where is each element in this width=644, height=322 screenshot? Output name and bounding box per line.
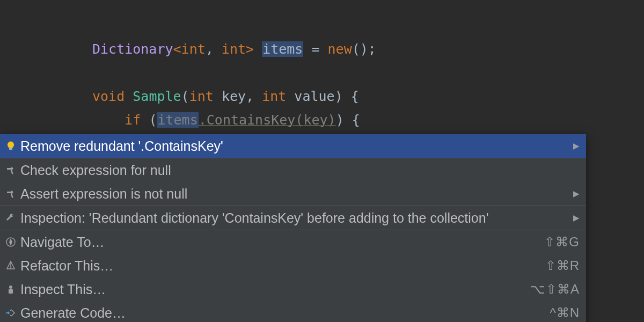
paren-open: (	[295, 112, 303, 128]
menu-item-inspection[interactable]: Inspection: 'Redundant dictionary 'Conta…	[0, 206, 586, 230]
code-line-2: void Sample(int key, int value) {	[92, 85, 644, 108]
space	[343, 89, 351, 104]
menu-label: Refactor This…	[20, 258, 545, 274]
keyword-void: void	[92, 89, 125, 104]
inspect-icon	[4, 283, 17, 296]
space	[214, 89, 222, 104]
submenu-arrow-icon: ▶	[573, 141, 580, 151]
hammer-icon	[4, 187, 17, 200]
method-name: Sample	[133, 89, 181, 104]
paren-close: )	[336, 112, 344, 128]
comma: ,	[206, 41, 222, 57]
menu-label: Inspect This…	[20, 282, 530, 297]
param-key: key	[222, 89, 246, 104]
menu-item-check-null[interactable]: Check expression for null	[0, 158, 586, 182]
angle-close: >	[246, 41, 254, 57]
paren-close: )	[328, 112, 336, 128]
menu-shortcut: ^⌘N	[550, 305, 580, 320]
arg-key: key	[303, 112, 327, 128]
equals: =	[303, 41, 327, 57]
space	[344, 112, 352, 128]
menu-label: Check expression for null	[20, 163, 580, 178]
menu-item-inspect-this[interactable]: Inspect This… ⌥⇧⌘A	[0, 277, 586, 301]
menu-label: Remove redundant '.ContainsKey'	[20, 138, 568, 154]
dot: .	[199, 112, 207, 128]
svg-point-0	[8, 142, 14, 149]
refactor-icon	[4, 259, 17, 272]
submenu-arrow-icon: ▶	[573, 213, 580, 223]
identifier-items: items	[262, 41, 303, 57]
code-line-blank	[92, 61, 644, 85]
brace-open: {	[351, 89, 359, 104]
svg-rect-1	[9, 148, 12, 150]
menu-item-assert-not-null[interactable]: Assert expression is not null ▶	[0, 182, 586, 206]
indent	[92, 112, 125, 128]
menu-item-remove-redundant[interactable]: Remove redundant '.ContainsKey' ▶	[0, 134, 586, 158]
hammer-icon	[4, 164, 17, 177]
generate-icon	[4, 306, 17, 319]
type-int: int	[181, 41, 206, 57]
menu-item-refactor-this[interactable]: Refactor This… ⇧⌘R	[0, 254, 586, 277]
menu-shortcut: ⇧⌘R	[545, 258, 580, 273]
parens: ()	[352, 41, 368, 57]
svg-rect-7	[9, 289, 13, 294]
semicolon: ;	[368, 41, 376, 57]
svg-point-6	[9, 286, 12, 289]
paren-close: )	[335, 89, 343, 104]
method-containskey: ContainsKey	[207, 112, 296, 128]
menu-shortcut: ⇧⌘G	[544, 235, 580, 250]
space	[286, 89, 294, 104]
keyword-new: new	[328, 41, 352, 57]
menu-item-generate-code[interactable]: Generate Code… ^⌘N	[0, 301, 586, 322]
identifier-items: items	[157, 112, 198, 128]
code-editor[interactable]: Dictionary<int, int> items = new(); void…	[0, 0, 644, 132]
keyword-if: if	[125, 112, 141, 128]
svg-rect-3	[11, 194, 13, 197]
submenu-arrow-icon: ▶	[573, 189, 580, 199]
space	[141, 112, 149, 128]
wrench-icon	[4, 211, 17, 224]
menu-item-navigate-to[interactable]: Navigate To… ⇧⌘G	[0, 230, 586, 254]
code-line-3: if (items.ContainsKey(key)) {	[92, 108, 644, 132]
type-int: int	[222, 41, 246, 57]
comma: ,	[246, 89, 262, 104]
space	[125, 89, 133, 104]
param-value: value	[294, 89, 334, 104]
compass-icon	[4, 236, 17, 248]
menu-label: Generate Code…	[20, 305, 550, 321]
paren-open: (	[181, 89, 189, 104]
type-int: int	[189, 89, 214, 104]
svg-rect-2	[11, 170, 13, 174]
code-line-1: Dictionary<int, int> items = new();	[92, 38, 644, 61]
space	[254, 41, 262, 57]
quick-fix-menu: Remove redundant '.ContainsKey' ▶ Check …	[0, 134, 586, 322]
menu-label: Inspection: 'Redundant dictionary 'Conta…	[20, 210, 568, 226]
brace-open: {	[352, 112, 360, 128]
type-int: int	[262, 89, 286, 104]
angle-open: <	[173, 41, 181, 57]
menu-label: Assert expression is not null	[20, 186, 568, 202]
lightbulb-icon	[4, 140, 17, 152]
menu-shortcut: ⌥⇧⌘A	[530, 282, 580, 297]
menu-label: Navigate To…	[20, 235, 544, 250]
type-dictionary: Dictionary	[92, 41, 173, 57]
paren-open: (	[149, 112, 157, 128]
